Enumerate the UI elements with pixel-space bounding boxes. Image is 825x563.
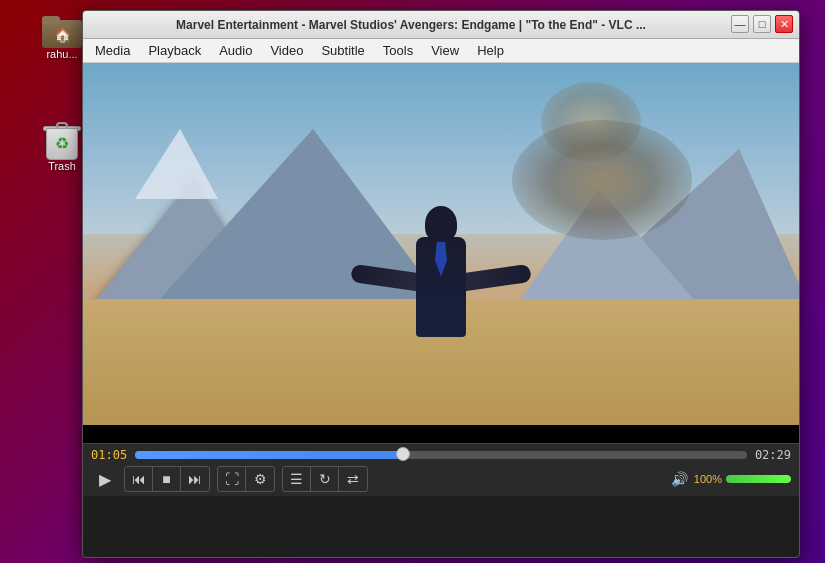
video-scene (83, 63, 799, 443)
menu-media[interactable]: Media (87, 41, 138, 60)
playlist-button[interactable]: ☰ (283, 467, 311, 491)
view-controls: ⛶ ⚙ (217, 466, 275, 492)
progress-track[interactable] (135, 451, 747, 459)
window-controls: — □ ✕ (731, 15, 793, 33)
vlc-window: Marvel Entertainment - Marvel Studios' A… (82, 10, 800, 558)
recycle-icon: ♻ (55, 134, 69, 153)
volume-icon: 🔊 (671, 471, 688, 487)
explosion-cloud (512, 120, 692, 240)
menu-playback[interactable]: Playback (140, 41, 209, 60)
video-area (83, 63, 799, 443)
progress-row: 01:05 02:29 (91, 448, 791, 462)
volume-fill (726, 475, 791, 483)
minimize-button[interactable]: — (731, 15, 749, 33)
home-icon-label: rahu... (46, 48, 77, 60)
stop-button[interactable]: ■ (153, 467, 181, 491)
menu-view[interactable]: View (423, 41, 467, 60)
window-title: Marvel Entertainment - Marvel Studios' A… (91, 18, 791, 32)
transport-controls: ⏮ ■ ⏭ (124, 466, 210, 492)
next-button[interactable]: ⏭ (181, 467, 209, 491)
figure-tie (435, 237, 447, 277)
menu-video[interactable]: Video (262, 41, 311, 60)
play-button[interactable]: ▶ (91, 467, 119, 491)
figure-arm-right (455, 263, 532, 291)
figure (351, 137, 531, 337)
progress-thumb[interactable] (396, 447, 410, 461)
menu-tools[interactable]: Tools (375, 41, 421, 60)
menu-audio[interactable]: Audio (211, 41, 260, 60)
menu-help[interactable]: Help (469, 41, 512, 60)
figure-body (416, 237, 466, 337)
maximize-button[interactable]: □ (753, 15, 771, 33)
menu-bar: Media Playback Audio Video Subtitle Tool… (83, 39, 799, 63)
black-bar-bottom (83, 425, 799, 443)
volume-section: 🔊 100% (671, 471, 791, 487)
title-bar: Marvel Entertainment - Marvel Studios' A… (83, 11, 799, 39)
snow-cap (135, 129, 218, 199)
close-button[interactable]: ✕ (775, 15, 793, 33)
figure-head (425, 206, 457, 242)
random-button[interactable]: ⇄ (339, 467, 367, 491)
menu-subtitle[interactable]: Subtitle (313, 41, 372, 60)
volume-track[interactable] (726, 475, 791, 483)
current-time: 01:05 (91, 448, 127, 462)
controls-area: 01:05 02:29 ▶ ⏮ ■ ⏭ ⛶ ⚙ (83, 443, 799, 496)
extended-button[interactable]: ⚙ (246, 467, 274, 491)
total-time: 02:29 (755, 448, 791, 462)
trash-icon-label: Trash (48, 160, 76, 172)
volume-label: 100% (692, 473, 722, 485)
prev-button[interactable]: ⏮ (125, 467, 153, 491)
loop-button[interactable]: ↻ (311, 467, 339, 491)
fullscreen-button[interactable]: ⛶ (218, 467, 246, 491)
buttons-row: ▶ ⏮ ■ ⏭ ⛶ ⚙ ☰ ↻ ⇄ 🔊 100% (91, 466, 791, 492)
extra-controls: ☰ ↻ ⇄ (282, 466, 368, 492)
progress-fill (135, 451, 404, 459)
